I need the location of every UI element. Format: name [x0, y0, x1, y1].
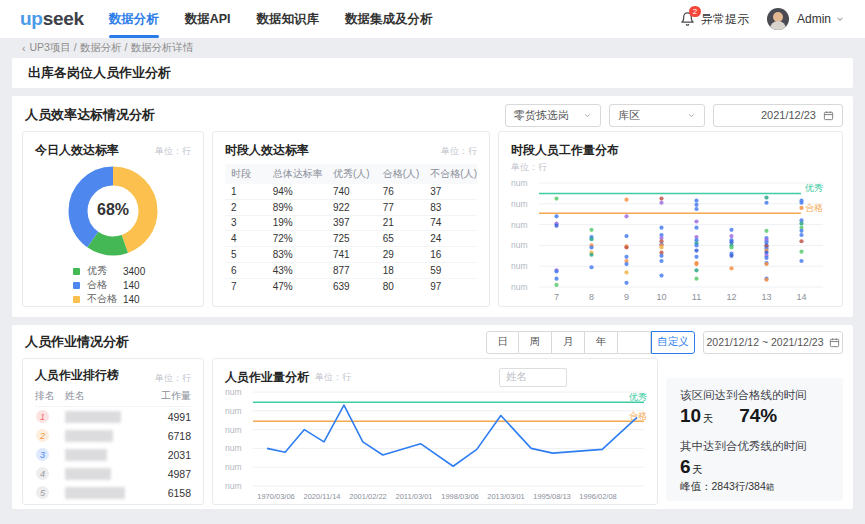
rank-badge: 5 [36, 486, 49, 499]
table-header-cell: 不合格(人) [424, 164, 477, 184]
svg-text:num: num [225, 443, 242, 453]
tab-周[interactable]: 周 [519, 331, 552, 354]
area-select[interactable]: 库区 [609, 104, 705, 127]
table-cell: 639 [327, 278, 377, 293]
unit-label: 单位：行 [441, 145, 477, 158]
nav-item[interactable]: 数据集成及分析 [332, 0, 446, 38]
table-cell: 922 [327, 199, 377, 215]
table-cell: 1 [225, 184, 267, 199]
svg-text:num: num [511, 282, 528, 292]
table-card-title: 时段人效达标率 [225, 143, 309, 157]
table-cell: 83 [424, 199, 477, 215]
rank-badge: 4 [36, 467, 49, 480]
rank-value: 4987 [168, 468, 191, 480]
table-cell: 18 [377, 262, 425, 278]
tab-年[interactable]: 年 [585, 331, 618, 354]
rank-value: 2031 [168, 449, 191, 461]
legend-color-dot [73, 268, 80, 275]
breadcrumb: ‹ UP3项目 / 数据分析 / 数据分析详情 [0, 38, 865, 58]
svg-text:num: num [511, 240, 528, 250]
rank-badge: 3 [36, 448, 49, 461]
table-cell: 94% [267, 184, 327, 199]
nav-item[interactable]: 数据API [172, 0, 244, 38]
name-search-input[interactable]: 姓名 [499, 368, 567, 387]
svg-text:num: num [225, 481, 242, 491]
scatter-chart: numnumnumnumnumnum7891011121314优秀合格 [511, 175, 830, 308]
svg-text:13: 13 [761, 292, 771, 302]
unit-label: 单位：行 [155, 372, 191, 385]
table-row: 747%6398097 [225, 278, 477, 293]
table-header-cell: 优秀(人) [327, 164, 377, 184]
alert-label[interactable]: 异常提示 [701, 11, 749, 28]
unit-label: 单位：行 [511, 162, 547, 172]
post-select[interactable]: 零货拣选岗 [505, 104, 601, 127]
tab-custom[interactable]: 自定义 [651, 331, 695, 354]
top-header: upseek 数据分析数据API数据知识库数据集成及分析 2 异常提示 Admi… [0, 0, 865, 38]
blurred-name [65, 487, 125, 499]
table-row: 643%8771859 [225, 262, 477, 278]
nav-item[interactable]: 数据知识库 [244, 0, 333, 38]
nav-item[interactable]: 数据分析 [96, 0, 172, 38]
svg-text:num: num [511, 261, 528, 271]
legend-color-dot [73, 282, 80, 289]
pass-percentage: 74% [739, 405, 777, 427]
donut-center-label: 68% [35, 201, 191, 219]
blurred-name [65, 411, 121, 423]
daily-efficiency-card: 今日人效达标率 单位：行 68% 优秀3400合格140不合格140 [22, 131, 204, 307]
user-name[interactable]: Admin [797, 12, 831, 26]
svg-text:2020/11/14: 2020/11/14 [304, 492, 341, 501]
blurred-name [65, 430, 113, 442]
table-cell: 47% [267, 278, 327, 293]
chevron-down-icon [583, 111, 592, 120]
donut-chart: 68% [35, 162, 191, 260]
svg-text:num: num [225, 462, 242, 472]
table-cell: 397 [327, 215, 377, 231]
table-cell: 74 [424, 215, 477, 231]
upseek-logo[interactable]: upseek [20, 8, 84, 30]
rank-col-header: 工作量 [161, 389, 191, 403]
rank-row: 26718 [35, 426, 191, 445]
breadcrumb-item[interactable]: 数据分析 [80, 41, 122, 53]
table-cell: 16 [424, 247, 477, 263]
workload-distribution-card: 时段人员工作量分布 单位：行 numnumnumnumnumnum7891011… [498, 131, 843, 307]
svg-text:2001/02/22: 2001/02/22 [349, 492, 387, 501]
stats-panel: 该区间达到合格线的时间 10 天 74% 其中达到合优秀线的时间 6 天 峰值：… [666, 378, 843, 501]
table-cell: 37 [424, 184, 477, 199]
table-cell: 2 [225, 199, 267, 215]
main-nav: 数据分析数据API数据知识库数据集成及分析 [96, 0, 446, 38]
svg-text:1998/03/06: 1998/03/06 [441, 492, 479, 501]
days-reaching-excellent: 6 [680, 456, 691, 478]
table-header-cell: 时段 [225, 164, 267, 184]
days-reaching-pass: 10 [680, 405, 701, 427]
svg-text:合格: 合格 [805, 203, 823, 213]
svg-text:1996/02/08: 1996/02/08 [579, 492, 617, 501]
back-arrow[interactable]: ‹ [22, 42, 26, 54]
tab-empty[interactable] [618, 331, 651, 354]
period-rate-card: 时段人效达标率 单位：行 时段总体达标率优秀(人)合格(人)不合格(人)194%… [212, 131, 490, 307]
tab-月[interactable]: 月 [552, 331, 585, 354]
svg-text:10: 10 [656, 292, 666, 302]
svg-text:9: 9 [624, 292, 629, 302]
chevron-down-icon[interactable] [835, 14, 845, 24]
svg-text:8: 8 [589, 292, 594, 302]
rank-row: 32031 [35, 445, 191, 464]
table-row: 194%7407637 [225, 184, 477, 199]
svg-text:2011/03/01: 2011/03/01 [396, 492, 433, 501]
svg-text:num: num [225, 387, 242, 397]
tab-日[interactable]: 日 [486, 331, 519, 354]
notification-bell[interactable]: 2 [680, 11, 696, 27]
rank-value: 6718 [168, 430, 191, 442]
table-cell: 83% [267, 247, 327, 263]
svg-text:2013/03/01: 2013/03/01 [487, 492, 525, 501]
date-picker[interactable]: 2021/12/23 [713, 104, 843, 127]
title-bar: 出库各岗位人员作业分析 [12, 58, 853, 88]
breadcrumb-item[interactable]: UP3项目 [30, 41, 71, 53]
rank-row: 44987 [35, 464, 191, 483]
user-avatar[interactable] [767, 8, 789, 30]
period-rate-table: 时段总体达标率优秀(人)合格(人)不合格(人)194%7407637289%92… [225, 164, 477, 293]
calendar-icon [829, 337, 840, 348]
rank-card-title: 人员作业排行榜 [35, 368, 119, 382]
breadcrumb-item[interactable]: 数据分析详情 [130, 41, 193, 53]
date-range-picker[interactable]: 2021/12/12 ~ 2021/12/23 [703, 331, 843, 354]
rank-badge: 1 [36, 410, 49, 423]
